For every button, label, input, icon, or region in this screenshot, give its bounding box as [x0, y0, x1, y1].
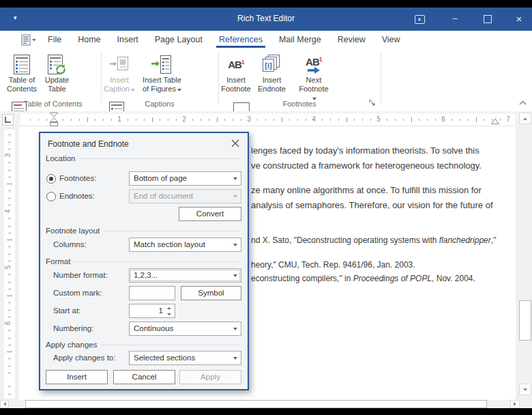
ribbon-tab-bar: FileHomeInsertPage LayoutReferencesMail … [0, 31, 532, 50]
insert-table-of-figures-button[interactable]: Insert Tableof Figures [139, 51, 184, 98]
scroll-right-button[interactable] [510, 400, 520, 408]
insert-button[interactable]: Insert [46, 370, 108, 384]
tab-file[interactable]: File [40, 31, 70, 49]
ruler-number: 6 [4, 321, 12, 326]
footnotes-radio[interactable] [46, 174, 56, 184]
left-arrow-icon [3, 402, 6, 406]
dialog-title: Footnote and Endnote [48, 139, 129, 149]
start-at-spinner[interactable]: 1 [129, 304, 175, 318]
apply-button[interactable]: Apply [179, 370, 241, 384]
minimize-button[interactable]: – [445, 14, 465, 25]
endnotes-radio[interactable] [46, 192, 56, 201]
vertical-scrollbar-thumb[interactable] [519, 300, 531, 341]
scroll-left-button[interactable] [0, 400, 9, 408]
numbering-select[interactable]: Continuous [129, 321, 241, 336]
ruler-tick [87, 117, 88, 122]
ruler-tick [136, 119, 136, 121]
footnotes-position-select[interactable]: Bottom of page [129, 171, 241, 186]
ruler-tick [403, 119, 404, 121]
float-window-button[interactable]: ▲ [409, 14, 430, 25]
group-separator [381, 52, 381, 104]
numbering-label: Numbering: [53, 321, 93, 336]
ribbon-tabs: FileHomeInsertPage LayoutReferencesMail … [40, 31, 409, 49]
ruler-tick [8, 274, 11, 275]
ruler-tick [8, 177, 11, 177]
insert-caption-button[interactable]: InsertCaption [102, 51, 136, 98]
spinner-down-icon[interactable] [165, 311, 173, 317]
ruler-tick [8, 338, 11, 339]
footnotes-dialog-launcher-icon[interactable] [368, 99, 376, 107]
dialog-close-icon[interactable] [231, 139, 240, 148]
tab-stop-selector[interactable] [2, 114, 14, 126]
tab-home[interactable]: Home [70, 31, 108, 49]
table-of-contents-icon [5, 53, 38, 76]
symbol-button[interactable]: Symbol [181, 286, 241, 300]
insert-endnote-button[interactable]: [i] InsertEndnote [255, 51, 288, 98]
ruler-tick [152, 117, 153, 122]
float-icon: ▲ [415, 15, 425, 24]
ruler-tick [460, 119, 460, 121]
scroll-up-button[interactable] [519, 113, 531, 124]
ruler-tick [257, 119, 258, 121]
update-table-toc-button[interactable]: UpdateTable [41, 51, 72, 98]
title-bar: ▾ Rich Text Editor ▲ – × [0, 8, 532, 31]
ruler-tick [8, 142, 11, 143]
apply-changes-to-select[interactable]: Selected sections [129, 351, 241, 365]
dropdown-arrow-icon [233, 195, 237, 198]
maximize-button[interactable] [477, 14, 498, 25]
ruler-tick [7, 184, 12, 184]
collapse-ribbon-chevron-icon[interactable] [518, 100, 527, 106]
document-text-line: lenges faced by today's information theo… [251, 145, 479, 156]
vertical-scrollbar[interactable] [518, 111, 531, 400]
up-arrow-icon [523, 117, 527, 120]
ruler-tick [95, 119, 95, 121]
ribbon: Table ofContents UpdateTable Add Text Ta… [0, 49, 532, 112]
ruler-number: 4 [310, 115, 317, 123]
close-window-button[interactable]: × [509, 14, 529, 25]
spinner-up-icon[interactable] [165, 305, 173, 311]
insert-table-of-figures-icon [139, 53, 184, 76]
format-group-header: Format [46, 257, 239, 266]
convert-button[interactable]: Convert [179, 207, 241, 221]
ruler-number: 2 [181, 115, 188, 123]
number-format-label: Number format: [53, 268, 108, 283]
insert-footnote-button[interactable]: AB1 InsertFootnote [220, 51, 252, 98]
next-footnote-button[interactable]: AB1 Next Footnote [291, 51, 336, 98]
ruler-tick [8, 302, 11, 303]
tab-review[interactable]: Review [329, 31, 374, 49]
ruler-tick [484, 119, 484, 121]
start-at-value: 1 [159, 304, 163, 317]
group-label-footnotes: Footnotes [220, 100, 379, 108]
scroll-down-button[interactable] [519, 384, 531, 395]
tab-insert[interactable]: Insert [109, 31, 147, 49]
group-separator [101, 52, 102, 104]
dropdown-arrow-icon [233, 357, 237, 360]
custom-mark-input[interactable] [129, 286, 175, 300]
ruler-tick [452, 119, 452, 121]
tab-references[interactable]: References [211, 31, 271, 49]
group-separator [218, 52, 219, 104]
table-of-contents-button[interactable]: Table ofContents [5, 51, 38, 98]
right-indent-marker[interactable] [490, 118, 500, 125]
ruler-tick [8, 289, 11, 289]
tab-page-layout[interactable]: Page Layout [147, 31, 211, 49]
tab-mail-merge[interactable]: Mail Merge [271, 31, 329, 49]
document-text-line: econstructing compilers," in Proceedings… [251, 274, 475, 283]
ruler-tick [168, 119, 168, 121]
horizontal-scrollbar[interactable] [0, 400, 532, 408]
ruler-tick [217, 117, 218, 122]
number-format-select[interactable]: 1,2,3... [129, 268, 241, 283]
ruler-number: 3 [4, 154, 12, 158]
columns-select[interactable]: Match section layout [129, 238, 241, 252]
maximize-icon [484, 15, 492, 23]
indent-markers[interactable] [49, 112, 59, 127]
app-window: ▾ Rich Text Editor ▲ – × FileHomeInsertP… [0, 0, 532, 415]
application-menu-icon[interactable] [21, 34, 39, 46]
ribbon-group-table-of-contents: Table ofContents UpdateTable Add Text Ta… [5, 51, 101, 108]
cancel-button[interactable]: Cancel [113, 370, 175, 384]
horizontal-scrollbar-thumb[interactable] [25, 400, 487, 408]
ruler-tick [7, 240, 12, 240]
insert-caption-dropdown-chevron [131, 89, 135, 91]
tab-view[interactable]: View [374, 31, 409, 49]
insert-table-of-figures-dropdown-chevron[interactable] [177, 89, 181, 91]
